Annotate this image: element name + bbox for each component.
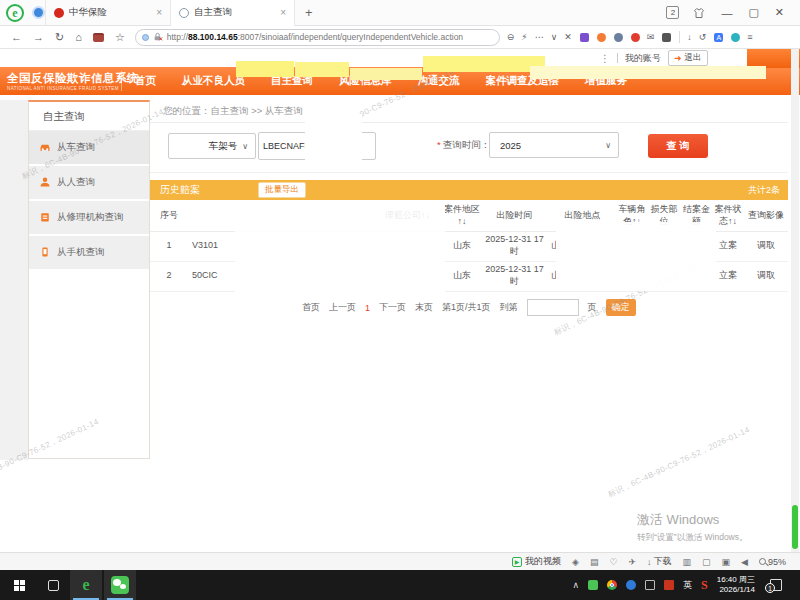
yellow-highlight (295, 62, 349, 77)
tray-chrome-icon[interactable] (607, 580, 617, 590)
minimize-button[interactable]: — (721, 7, 732, 19)
url-text[interactable]: http://88.100.14.65:8007/sinoiaaf/indepe… (167, 32, 463, 42)
page-current[interactable]: 1 (365, 303, 370, 313)
page-first[interactable]: 首页 (302, 301, 320, 314)
taskbar-app-browser[interactable]: e (70, 570, 102, 600)
favorites-icon[interactable]: ☆ (115, 31, 125, 44)
windows-taskbar: e ∧ 英 S 16:40 周三 2026/1/14 1 (0, 570, 800, 600)
search-button[interactable]: 查 询 (648, 134, 708, 158)
retrieve-link[interactable]: 调取 (744, 261, 788, 291)
cell-time: 2025-12-31 17 时 (481, 231, 548, 261)
col-case-region[interactable]: 案件地区↑↓ (443, 200, 481, 231)
play-icon: ▶ (512, 557, 522, 567)
my-video-button[interactable]: ▶ 我的视频 (512, 555, 561, 568)
flash-icon[interactable]: ⚡ (521, 32, 527, 42)
purple-extension-icon[interactable] (580, 33, 589, 42)
cell-time: 2025-12-31 17 时 (481, 261, 548, 291)
zoom-out-icon[interactable]: ⊖ (507, 32, 515, 42)
page-next[interactable]: 下一页 (379, 301, 406, 314)
col-case-status[interactable]: 案件状态↑↓ (712, 200, 744, 231)
tab-close-icon[interactable]: × (280, 7, 286, 18)
sidebar-item-label: 从人查询 (57, 176, 95, 189)
screenshot-icon[interactable]: ▤ (590, 557, 599, 567)
redaction-overlay (235, 202, 445, 298)
yellow-highlight (530, 66, 766, 79)
dropdown-chevron-icon[interactable]: ∨ (551, 32, 558, 42)
compass-icon[interactable] (731, 33, 740, 42)
page-scrollbar[interactable] (791, 49, 799, 552)
tab-close-icon[interactable]: × (156, 7, 162, 18)
red-extension-icon[interactable] (631, 33, 640, 42)
x-extension-icon[interactable]: ✕ (564, 32, 572, 42)
taskbar-app-wechat[interactable] (104, 570, 136, 600)
printer-icon[interactable]: ▥ (683, 557, 692, 567)
shield-icon[interactable]: ◈ (572, 557, 579, 567)
more-tools-icon[interactable]: ⋯ (535, 32, 544, 42)
maximize-button[interactable]: ▢ (748, 6, 758, 19)
address-bar[interactable]: http://88.100.14.65:8007/sinoiaaf/indepe… (135, 29, 500, 46)
zoom-control[interactable]: 95% (759, 557, 786, 567)
reload-icon[interactable]: ↻ (55, 31, 64, 44)
site-subtitle: NATIONAL ANTI INSURANCE FRAUD SYSTEM (7, 86, 121, 91)
tray-wechat-icon[interactable] (588, 580, 598, 590)
tab-zhonghua-insurance[interactable]: 中华保险 × (45, 0, 170, 26)
retrieve-link[interactable]: 调取 (744, 231, 788, 261)
nav-home[interactable]: 首页 (122, 74, 169, 88)
panels-icon[interactable]: ▢ (702, 557, 711, 567)
mail-extension-icon[interactable]: ✉ (647, 32, 655, 42)
page-prev[interactable]: 上一页 (329, 301, 356, 314)
field-type-value: 车架号 (209, 140, 238, 153)
browser-theme-icon[interactable] (693, 7, 705, 19)
query-time-value: 2025 (500, 140, 605, 151)
taskbar-clock[interactable]: 16:40 周三 2026/1/14 (717, 575, 755, 595)
orange-extension-icon[interactable] (597, 33, 606, 42)
query-time-select[interactable]: 2025 ∨ (489, 132, 619, 158)
start-button[interactable] (0, 570, 38, 600)
notification-badge: 1 (765, 583, 775, 593)
new-tab-button[interactable]: + (305, 5, 313, 20)
batch-export-button[interactable]: 批量导出 (258, 182, 306, 198)
tray-blue-icon[interactable] (626, 580, 636, 590)
forward-icon[interactable]: → (33, 31, 44, 43)
task-view-button[interactable] (38, 570, 68, 600)
download-manager-button[interactable]: ↓ 下载 (647, 555, 672, 568)
sidebar-item-repair-shop-query[interactable]: 从修理机构查询 (29, 201, 149, 234)
site-info-icon[interactable] (142, 34, 149, 41)
wechat-icon (111, 576, 129, 594)
my-account-link[interactable]: 我的账号 (625, 52, 661, 65)
home-icon[interactable]: ⌂ (75, 31, 82, 43)
tab-self-query[interactable]: 自主查询 × (170, 0, 295, 26)
window-split-icon[interactable]: ▣ (722, 557, 731, 567)
steel-extension-icon[interactable] (614, 33, 623, 42)
sogou-icon[interactable]: S (701, 578, 708, 593)
history-restore-icon[interactable]: ↺ (699, 32, 707, 42)
back-icon[interactable]: ← (11, 31, 22, 43)
goto-page-input[interactable] (527, 299, 579, 316)
heart-icon[interactable]: ♡ (609, 557, 617, 567)
briefcase-icon[interactable] (93, 33, 104, 42)
tray-volume-icon[interactable] (664, 580, 674, 590)
download-icon[interactable]: ↓ (687, 32, 692, 42)
page-last[interactable]: 末页 (415, 301, 433, 314)
activate-line1: 激活 Windows (637, 511, 748, 529)
field-type-select[interactable]: 车架号 ∨ (168, 133, 256, 159)
speaker-icon[interactable]: ◀ (741, 557, 748, 567)
translate-a-icon[interactable]: A (714, 33, 723, 42)
browser-profile-icon[interactable] (32, 6, 45, 19)
windows-logo-icon (14, 580, 25, 591)
close-button[interactable]: ✕ (775, 6, 784, 19)
ime-indicator[interactable]: 英 (683, 579, 692, 592)
col-incident-time: 出险时间 (481, 200, 548, 231)
action-center-icon[interactable]: 1 (770, 579, 782, 591)
scrollbar-thumb[interactable] (792, 505, 798, 549)
tray-expand-icon[interactable]: ∧ (572, 580, 579, 590)
tray-display-icon[interactable] (645, 580, 655, 590)
tab-count-badge[interactable]: 2 (666, 6, 679, 19)
puzzle-extension-icon[interactable] (662, 33, 671, 42)
insecure-lock-icon[interactable] (153, 28, 163, 46)
logout-button[interactable]: ➜ 退出 (668, 50, 708, 66)
rocket-icon[interactable]: ✈ (628, 557, 636, 567)
more-menu-icon[interactable]: ⋮ (600, 53, 610, 64)
sidebar-item-phone-query[interactable]: 从手机查询 (29, 236, 149, 269)
menu-icon[interactable]: ≡ (747, 32, 752, 42)
